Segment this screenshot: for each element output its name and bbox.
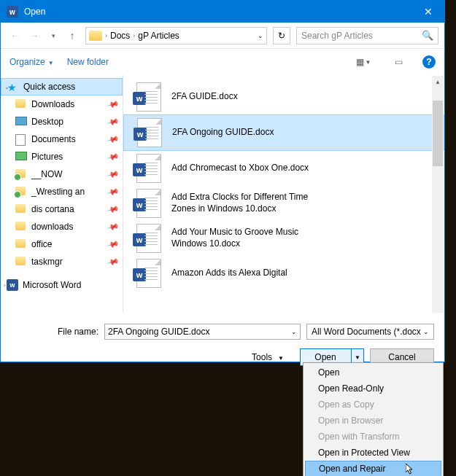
titlebar: w Open ✕ (1, 1, 444, 23)
view-options-button[interactable]: ▦▼ (352, 54, 374, 70)
sidebar-item-label: Pictures (31, 152, 63, 162)
preview-pane-button[interactable]: ▭ (387, 54, 409, 70)
word-document-icon: w (137, 118, 162, 147)
menu-item-open-browser: Open in Browser (305, 413, 441, 429)
scroll-up-arrow[interactable]: ▲ (433, 76, 443, 87)
up-button[interactable]: ↑ (63, 27, 81, 44)
back-button[interactable]: ← (7, 27, 24, 44)
word-document-icon: w (136, 189, 161, 218)
folder-icon (15, 257, 27, 267)
search-input[interactable]: Search gP Articles 🔍 (296, 27, 438, 44)
organize-menu[interactable]: Organize▼ (9, 57, 54, 67)
collapse-icon[interactable]: ⌄ (4, 84, 9, 90)
file-item[interactable]: wAdd Extra Clocks for Different Time Zon… (123, 186, 444, 221)
menu-item-open-protected[interactable]: Open in Protected View (305, 445, 441, 461)
pin-icon: 📌 (107, 98, 120, 111)
file-item[interactable]: wAdd Your Music to Groove Music Windows … (123, 221, 444, 256)
chevron-right-icon: › (133, 32, 135, 39)
sidebar-item-folder[interactable]: _Wrestling an📌 (1, 183, 123, 200)
dialog-body: ⌄ ★ Quick access Downloads📌 Desktop📌 Doc… (1, 75, 444, 312)
file-list: w2FA GUIDE.docx w2FA Ongoing GUIDE.docx … (123, 75, 444, 312)
word-document-icon: w (136, 224, 161, 253)
sidebar-item-label: Microsoft Word (23, 280, 81, 290)
menu-item-open-readonly[interactable]: Open Read-Only (305, 381, 441, 397)
sidebar-item-desktop[interactable]: Desktop📌 (1, 113, 123, 130)
file-type-filter[interactable]: All Word Documents (*.docx;*.d⌄ (306, 324, 434, 340)
folder-icon (15, 239, 27, 249)
sidebar-item-folder[interactable]: taskmgr📌 (1, 253, 123, 270)
scroll-thumb[interactable] (433, 101, 443, 166)
refresh-button[interactable]: ↻ (273, 27, 290, 44)
menu-item-open-repair[interactable]: Open and Repair (305, 461, 441, 476)
sidebar-item-documents[interactable]: Documents📌 (1, 130, 123, 148)
pin-icon: 📌 (107, 168, 120, 181)
file-item[interactable]: wAmazon Adds its Alexa Digital (123, 256, 444, 291)
help-button[interactable]: ? (422, 55, 436, 69)
sidebar-item-folder[interactable]: office📌 (1, 235, 123, 253)
pin-icon: 📌 (107, 115, 120, 128)
pin-icon: 📌 (107, 220, 120, 233)
menu-item-open-transform: Open with Transform (305, 429, 441, 445)
sidebar-item-label: downloads (31, 222, 73, 232)
breadcrumb[interactable]: › Docs › gP Articles ⌄ (85, 27, 267, 44)
new-folder-button[interactable]: New folder (67, 57, 109, 67)
folder-icon (15, 222, 27, 232)
file-name: 2FA Ongoing GUIDE.docx (172, 127, 274, 138)
menu-item-open[interactable]: Open (305, 364, 441, 381)
breadcrumb-segment[interactable]: gP Articles (138, 31, 179, 41)
expand-icon[interactable]: › (4, 282, 6, 289)
search-placeholder: Search gP Articles (301, 31, 373, 41)
sidebar-item-label: Documents (31, 134, 76, 144)
sidebar-item-label: Desktop (31, 117, 63, 127)
sidebar-item-pictures[interactable]: Pictures📌 (1, 148, 123, 165)
filename-input[interactable]: 2FA Ongoing GUIDE.docx⌄ (104, 324, 301, 340)
chevron-down-icon[interactable]: ⌄ (291, 328, 297, 335)
file-list-scrollbar[interactable]: ▲ (432, 76, 444, 313)
pin-icon: 📌 (107, 150, 120, 163)
navigation-pane: ⌄ ★ Quick access Downloads📌 Desktop📌 Doc… (1, 75, 123, 312)
breadcrumb-segment[interactable]: Docs (110, 31, 130, 41)
sidebar-item-label: office (31, 239, 52, 249)
pin-icon: 📌 (107, 133, 120, 146)
pin-icon: 📌 (107, 185, 120, 198)
file-item[interactable]: w2FA GUIDE.docx (123, 79, 444, 114)
sidebar-item-folder[interactable]: __NOW📌 (1, 165, 123, 183)
nav-bar: ← → ▾ ↑ › Docs › gP Articles ⌄ ↻ Search … (1, 23, 444, 49)
recent-dropdown[interactable]: ▾ (45, 27, 62, 44)
pin-icon: 📌 (107, 238, 120, 251)
file-name: Add Chromecast to Xbox One.docx (171, 163, 309, 174)
sidebar-item-downloads[interactable]: Downloads📌 (1, 95, 123, 113)
open-dialog: w Open ✕ ← → ▾ ↑ › Docs › gP Articles ⌄ … (0, 0, 445, 362)
file-name: Add Extra Clocks for Different Time Zone… (171, 192, 317, 214)
folder-icon (89, 31, 102, 41)
folder-sync-icon (15, 169, 27, 179)
search-icon[interactable]: 🔍 (422, 30, 433, 41)
pin-icon: 📌 (107, 203, 120, 216)
documents-icon (15, 134, 27, 144)
file-item[interactable]: w2FA Ongoing GUIDE.docx (123, 114, 444, 151)
pictures-icon (15, 152, 27, 162)
menu-item-open-copy: Open as Copy (305, 397, 441, 413)
downloads-icon (15, 99, 27, 109)
desktop-icon (15, 117, 27, 127)
file-name: 2FA GUIDE.docx (171, 91, 238, 103)
chevron-down-icon[interactable]: ⌄ (423, 328, 429, 335)
chevron-right-icon: › (105, 32, 107, 39)
folder-sync-icon (15, 187, 27, 197)
word-document-icon: w (136, 82, 161, 112)
sidebar-item-word[interactable]: ›wMicrosoft Word (1, 276, 123, 294)
filename-value: 2FA Ongoing GUIDE.docx (108, 327, 209, 337)
sidebar-item-folder[interactable]: dis cortana📌 (1, 200, 123, 218)
file-name: Amazon Adds its Alexa Digital (171, 268, 287, 279)
chevron-down-icon[interactable]: ⌄ (258, 32, 263, 39)
close-button[interactable]: ✕ (411, 1, 444, 23)
word-icon: w (7, 279, 18, 291)
file-item[interactable]: wAdd Chromecast to Xbox One.docx (123, 151, 444, 186)
word-app-icon: w (7, 6, 18, 17)
sidebar-item-label: __NOW (31, 169, 63, 179)
tools-menu[interactable]: Tools▼ (252, 352, 284, 362)
sidebar-item-label: Quick access (23, 82, 75, 92)
sidebar-item-quick-access[interactable]: ⌄ ★ Quick access (1, 78, 123, 95)
forward-button[interactable]: → (26, 27, 43, 44)
sidebar-item-folder[interactable]: downloads📌 (1, 218, 123, 235)
